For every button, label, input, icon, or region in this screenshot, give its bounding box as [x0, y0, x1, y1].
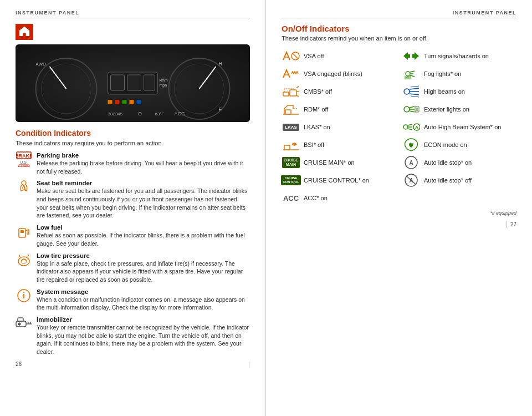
econ-mode-icon — [402, 138, 421, 152]
left-separator: | — [248, 361, 250, 368]
system-message-title: System message — [37, 288, 250, 295]
svg-text:i: i — [23, 291, 25, 300]
lkas-on-label: LKAS* on — [304, 124, 330, 130]
cmbs-off-item: CMBS* off — [282, 83, 396, 100]
right-panel: INSTRUMENT PANEL On/Off Indicators These… — [266, 0, 532, 416]
parking-brake-desc: Release the parking brake before driving… — [37, 159, 250, 175]
svg-point-74 — [404, 106, 410, 112]
auto-idle-stop-off-item: A Auto idle stop* off — [402, 171, 516, 189]
svg-rect-14 — [122, 100, 127, 104]
svg-line-84 — [408, 124, 412, 125]
svg-line-77 — [410, 111, 415, 112]
svg-text:F: F — [219, 106, 222, 112]
right-footer: *if equipped | 27 — [282, 210, 516, 228]
svg-line-63 — [410, 71, 415, 72]
turn-signals-label: Turn signals/hazards on — [424, 53, 489, 59]
auto-idle-stop-on-icon: A — [402, 155, 421, 170]
acc-on-item: ACC ACC* on — [282, 189, 396, 207]
auto-high-beam-icon: A — [402, 120, 421, 134]
svg-text:H: H — [219, 61, 223, 67]
svg-rect-5 — [127, 75, 141, 90]
bsi-off-label: BSI* off — [304, 141, 324, 148]
svg-text:BRAKE: BRAKE — [16, 153, 32, 159]
svg-marker-60 — [412, 52, 419, 60]
vsa-off-label: VSA off — [304, 53, 324, 59]
system-message-icon: i — [16, 288, 32, 303]
svg-rect-6 — [144, 75, 155, 90]
left-header: INSTRUMENT PANEL — [16, 10, 250, 18]
condition-title: Condition Indicators — [16, 129, 250, 138]
svg-line-2 — [50, 67, 66, 89]
svg-point-42 — [18, 322, 21, 325]
svg-rect-57 — [284, 145, 290, 150]
svg-rect-33 — [21, 230, 24, 233]
left-page-num: 26 — [16, 361, 22, 367]
cruise-control-icon: CRUISECONTROL — [282, 173, 300, 187]
tire-pressure-icon — [16, 252, 32, 267]
svg-rect-12 — [108, 100, 112, 104]
svg-rect-4 — [111, 75, 125, 90]
svg-text:D: D — [139, 111, 142, 116]
parking-brake-icon: BRAKE U.S. Canada — [16, 152, 32, 166]
col2-items: Turn signals/hazards on Fog lights* on — [402, 47, 516, 207]
condition-subtitle: These indicators may require you to perf… — [16, 140, 250, 146]
immobilizer-desc: Your key or remote transmitter cannot be… — [37, 323, 250, 356]
exterior-lights-icon — [402, 102, 421, 116]
exterior-lights-label: Exterior lights on — [424, 106, 469, 113]
auto-idle-stop-off-label: Auto idle stop* off — [424, 177, 472, 184]
svg-line-70 — [410, 88, 419, 89]
acc-badge-text: ACC — [283, 194, 299, 202]
left-panel: INSTRUMENT PANEL km/h mph — [0, 0, 266, 416]
low-fuel-desc: Refuel as soon as possible. If the indic… — [37, 231, 250, 247]
high-beams-item: High beams on — [402, 83, 516, 100]
vsa-off-icon — [282, 49, 300, 63]
turn-signals-icon — [402, 49, 421, 63]
svg-text:A: A — [415, 125, 419, 130]
svg-text:mph: mph — [160, 83, 167, 88]
svg-line-73 — [411, 96, 419, 97]
cruise-control-badge: CRUISECONTROL — [281, 175, 301, 185]
auto-high-beam-label: Auto High Beam System* on — [424, 124, 501, 130]
seatbelt-desc: Make sure seat belts are fastened for yo… — [37, 187, 250, 220]
system-message-desc: When a condition or malfunction indicato… — [37, 296, 250, 312]
svg-line-71 — [410, 94, 419, 95]
svg-point-61 — [406, 72, 410, 76]
svg-text:km/h: km/h — [160, 78, 168, 82]
indicator-system-message: i System message When a condition or mal… — [16, 288, 250, 312]
svg-point-82 — [403, 125, 408, 129]
cruise-control-item: CRUISECONTROL CRUISE CONTROL* on — [282, 171, 396, 189]
right-page-num: 27 — [510, 221, 516, 227]
tire-pressure-title: Low tire pressure — [37, 252, 250, 259]
immobilizer-title: Immobilizer — [37, 316, 250, 323]
high-beams-label: High beams on — [424, 88, 465, 95]
cruise-main-label: CRUISE MAIN* on — [304, 159, 355, 166]
onoff-subtitle: These indicators remind you when an item… — [282, 35, 516, 42]
parking-brake-title: Parking brake — [37, 152, 250, 159]
svg-rect-15 — [130, 100, 134, 104]
cmbs-off-label: CMBS* off — [304, 88, 332, 95]
fog-lights-label: Fog lights* on — [424, 70, 461, 77]
svg-line-54 — [296, 95, 299, 97]
immobilizer-icon — [16, 316, 32, 331]
econ-mode-item: ECON mode on — [402, 136, 516, 154]
svg-line-52 — [296, 87, 299, 88]
svg-rect-13 — [115, 100, 120, 104]
svg-rect-16 — [137, 100, 141, 104]
svg-marker-59 — [403, 52, 410, 60]
svg-text:63°F: 63°F — [155, 111, 165, 116]
lkas-on-icon: LKAS — [282, 120, 300, 134]
bsi-off-item: BSI* off — [282, 136, 396, 154]
col1-items: VSA off VSA engaged (blinks) — [282, 47, 396, 207]
cruise-main-item: CRUISEMAIN CRUISE MAIN* on — [282, 154, 396, 171]
svg-rect-50 — [283, 92, 289, 96]
home-icon — [18, 26, 30, 37]
low-fuel-icon — [16, 224, 32, 239]
svg-line-37 — [19, 255, 20, 257]
svg-line-11 — [200, 67, 216, 89]
turn-signals-item: Turn signals/hazards on — [402, 47, 516, 65]
acc-on-label: ACC* on — [304, 195, 328, 201]
econ-mode-label: ECON mode on — [424, 141, 467, 148]
svg-point-68 — [404, 89, 410, 94]
lkas-on-item: LKAS LKAS* on — [282, 118, 396, 136]
svg-line-49 — [293, 53, 298, 59]
